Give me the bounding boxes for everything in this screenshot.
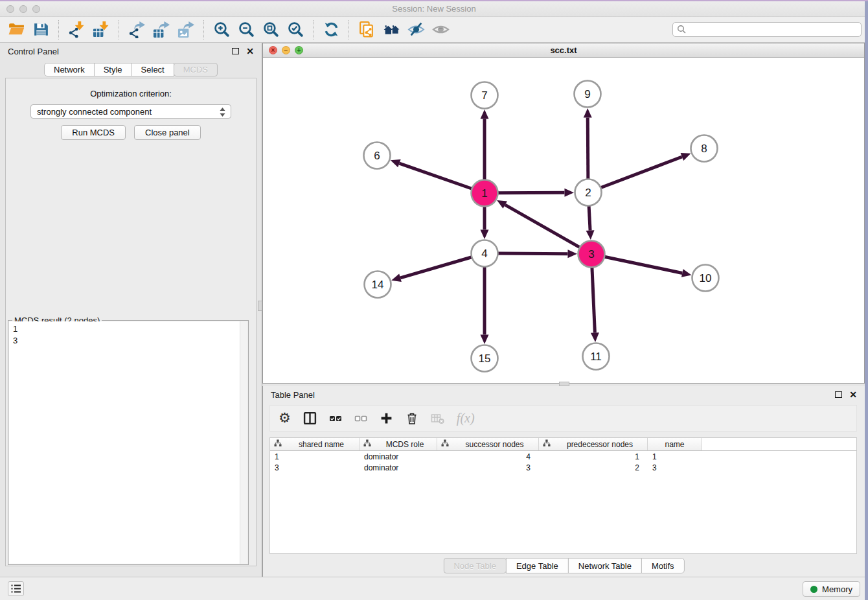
export-table-button[interactable] [149, 18, 174, 41]
float-panel-button[interactable] [232, 48, 239, 54]
column-settings-icon[interactable]: ⚙ [279, 411, 291, 425]
import-network-button[interactable] [64, 18, 89, 41]
table-cell[interactable]: dominator [360, 462, 437, 473]
deselect-all-checkboxes-icon[interactable] [354, 412, 367, 425]
desktop-edge-right [865, 1, 868, 600]
network-window-titlebar[interactable]: × − + scc.txt [263, 43, 864, 58]
edge-2-8[interactable] [600, 157, 682, 188]
tab-mcds[interactable]: MCDS [174, 63, 218, 76]
zoom-window-button[interactable] [32, 5, 40, 13]
export-image-icon [177, 21, 195, 38]
edge-arrowhead [567, 249, 577, 258]
export-image-button[interactable] [174, 18, 198, 41]
criterion-select[interactable]: strongly connected component [30, 104, 231, 119]
refresh-view-button[interactable] [319, 18, 343, 41]
edge-4-14[interactable] [400, 257, 472, 278]
split-column-icon[interactable] [303, 411, 317, 425]
zoom-fit-button[interactable] [258, 18, 283, 41]
zoom-out-button[interactable] [234, 18, 258, 41]
column-header-name[interactable]: name [648, 438, 702, 450]
zoom-in-button[interactable] [209, 18, 234, 41]
mcds-result-text: 1 3 [9, 321, 247, 564]
export-network-button[interactable] [124, 18, 149, 41]
table-cell[interactable]: 3 [270, 462, 360, 473]
eye-gray-icon [432, 21, 450, 38]
node-label-1: 1 [481, 187, 487, 200]
list-icon [10, 584, 21, 594]
close-table-panel-button[interactable]: ✕ [849, 390, 857, 399]
memory-button[interactable]: Memory [803, 581, 860, 597]
close-panel-button-inner[interactable]: Close panel [134, 125, 201, 140]
edge-1-6[interactable] [399, 163, 472, 189]
table-cell[interactable]: dominator [360, 451, 437, 462]
table-body: 1dominator4113dominator323 [270, 451, 856, 473]
tab-style[interactable]: Style [94, 63, 132, 76]
close-panel-button[interactable]: ✕ [246, 47, 254, 56]
edge-2-9[interactable] [588, 117, 588, 179]
node-table[interactable]: shared nameMCDS rolesuccessor nodesprede… [269, 437, 857, 554]
table-cell[interactable]: 1 [539, 451, 648, 462]
edge-3-10[interactable] [604, 257, 682, 273]
search-input[interactable] [672, 22, 862, 37]
table-cell[interactable]: 2 [539, 462, 648, 473]
table-row[interactable]: 3dominator323 [270, 462, 856, 473]
network-minimize-button[interactable]: − [282, 46, 290, 54]
toolbar-separator [58, 20, 59, 40]
import-table-button[interactable] [89, 18, 113, 41]
column-header-successor-nodes[interactable]: successor nodes [437, 438, 539, 450]
minimize-window-button[interactable] [19, 5, 27, 13]
save-session-button[interactable] [29, 18, 53, 41]
edge-arrowhead [681, 153, 691, 161]
tab-motifs[interactable]: Motifs [641, 558, 685, 573]
column-type-icon [543, 439, 551, 449]
zoom-selected-button[interactable] [283, 18, 308, 41]
control-panel: Control Panel ✕ NetworkStyleSelectMCDS O… [0, 43, 262, 577]
network-close-button[interactable]: × [269, 46, 277, 54]
edge-3-1[interactable] [505, 205, 580, 248]
delete-row-icon[interactable] [405, 411, 418, 425]
network-maximize-button[interactable]: + [295, 46, 303, 54]
tab-select[interactable]: Select [131, 63, 174, 76]
home-view-button[interactable] [379, 18, 404, 41]
edge-arrowhead [564, 189, 574, 197]
show-hidden-button[interactable] [428, 18, 453, 41]
add-row-icon[interactable] [380, 411, 393, 425]
column-header-MCDS-role[interactable]: MCDS role [360, 438, 437, 450]
open-session-button[interactable] [4, 18, 29, 41]
toolbar-separator [119, 20, 119, 40]
edge-arrowhead [391, 274, 402, 282]
column-header-predecessor-nodes[interactable]: predecessor nodes [539, 438, 648, 450]
table-cell[interactable]: 1 [648, 451, 702, 462]
network-canvas[interactable]: 7968124314101511 [263, 58, 864, 382]
network-graph: 7968124314101511 [263, 58, 864, 382]
run-mcds-button[interactable]: Run MCDS [61, 125, 126, 140]
edge-4-3[interactable] [497, 253, 567, 254]
tab-network-table[interactable]: Network Table [568, 558, 642, 573]
network-view-window: × − + scc.txt 7968124314101511 [262, 43, 865, 384]
refresh-icon [323, 21, 340, 38]
column-header-shared-name[interactable]: shared name [270, 438, 360, 450]
horizontal-splitter-handle[interactable] [559, 382, 569, 386]
table-cell[interactable]: 3 [437, 462, 539, 473]
result-scrollbar[interactable] [240, 321, 247, 564]
table-row[interactable]: 1dominator411 [270, 451, 856, 462]
table-cell[interactable]: 1 [270, 451, 360, 462]
clone-network-button[interactable] [354, 18, 379, 41]
close-window-button[interactable] [6, 5, 14, 13]
tab-network[interactable]: Network [44, 63, 95, 76]
import-network-icon [68, 21, 86, 38]
tab-edge-table[interactable]: Edge Table [506, 558, 569, 573]
hide-selected-button[interactable] [404, 18, 428, 41]
vertical-splitter-handle[interactable] [258, 301, 262, 311]
edge-3-11[interactable] [592, 267, 595, 332]
float-table-panel-button[interactable] [835, 391, 842, 398]
tab-node-table[interactable]: Node Table [443, 558, 507, 573]
task-history-button[interactable] [8, 581, 24, 596]
edge-1-2[interactable] [497, 192, 564, 193]
zoom-in-icon [213, 21, 231, 38]
table-cell[interactable]: 4 [437, 451, 539, 462]
table-cell[interactable]: 3 [648, 462, 702, 473]
select-all-checkboxes-icon[interactable] [329, 412, 342, 425]
edge-2-3[interactable] [589, 205, 590, 230]
node-label-10: 10 [700, 272, 712, 284]
